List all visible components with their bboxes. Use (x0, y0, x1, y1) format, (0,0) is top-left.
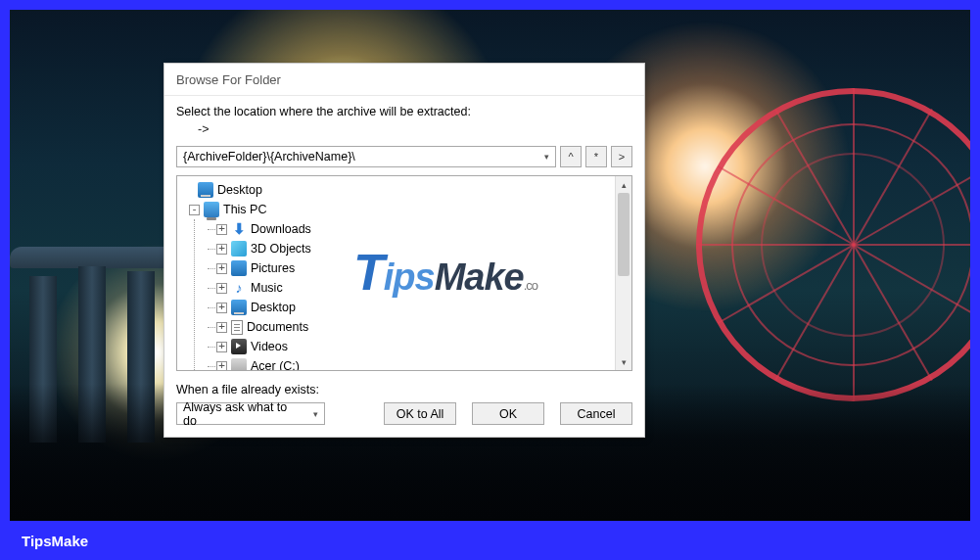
expander-icon[interactable]: - (189, 205, 200, 215)
expander-icon[interactable]: + (216, 342, 227, 352)
exists-label: When a file already exists: (176, 383, 632, 397)
arrow-indicator: -> (176, 122, 632, 136)
this-pc-icon (204, 202, 219, 217)
exists-value: Always ask what to do (177, 400, 306, 428)
music-icon: ♪ (231, 280, 247, 296)
tree-label[interactable]: 3D Objects (251, 239, 311, 258)
drive-icon (231, 358, 247, 370)
browse-folder-dialog: Browse For Folder Select the location wh… (163, 63, 645, 438)
tree-label[interactable]: Documents (247, 317, 308, 337)
path-combobox[interactable]: {ArchiveFolder}\{ArchiveName}\ ▾ (176, 146, 556, 167)
outer-frame: Browse For Folder Select the location wh… (0, 0, 980, 560)
tree-item[interactable]: +Pictures (209, 258, 615, 278)
chevron-down-icon[interactable]: ▾ (537, 147, 555, 166)
instruction-text: Select the location where the archive wi… (176, 105, 632, 118)
folder-tree[interactable]: Desktop - This PC +⬇Downloads+3D Objects… (176, 175, 632, 371)
desktop-wallpaper: Browse For Folder Select the location wh… (10, 10, 970, 521)
chevron-down-icon[interactable]: ▾ (306, 404, 324, 424)
tree-item[interactable]: +Videos (209, 337, 615, 356)
tree-item[interactable]: +♪Music (209, 278, 615, 298)
desktop-icon (198, 182, 213, 198)
tree-item[interactable]: +Documents (209, 317, 615, 337)
path-value: {ArchiveFolder}\{ArchiveName}\ (177, 150, 537, 163)
dialog-title: Browse For Folder (164, 64, 644, 96)
tree-label[interactable]: Acer (C:) (251, 356, 300, 370)
tree-label[interactable]: Downloads (251, 219, 311, 239)
expander-icon[interactable]: + (216, 283, 227, 294)
desktop-icon (231, 300, 247, 315)
tree-scrollbar[interactable]: ▴ ▾ (615, 176, 631, 370)
expander-icon[interactable]: + (216, 361, 227, 371)
caption-bar: TipsMake (10, 521, 970, 560)
download-icon: ⬇ (231, 221, 247, 237)
cancel-button[interactable]: Cancel (560, 402, 632, 425)
documents-icon (231, 320, 243, 335)
videos-icon (231, 339, 247, 354)
tree-label[interactable]: Music (251, 278, 283, 298)
scroll-up-button[interactable]: ▴ (616, 176, 631, 193)
expander-icon[interactable]: + (216, 303, 227, 313)
ok-to-all-button[interactable]: OK to All (384, 402, 456, 425)
tree-item[interactable]: +Acer (C:) (209, 356, 615, 370)
caption-text: TipsMake (22, 533, 88, 549)
expander-icon[interactable]: + (216, 322, 227, 333)
scroll-down-button[interactable]: ▾ (616, 353, 631, 370)
exists-combobox[interactable]: Always ask what to do ▾ (176, 402, 325, 425)
path-star-button[interactable]: * (585, 146, 607, 167)
tree-label[interactable]: This PC (223, 200, 266, 219)
ok-button[interactable]: OK (472, 402, 544, 425)
expander-icon[interactable]: + (216, 244, 227, 255)
pictures-icon (231, 260, 247, 276)
tree-label[interactable]: Pictures (251, 258, 295, 278)
tree-item[interactable]: +⬇Downloads (209, 219, 615, 239)
expander-icon[interactable]: + (216, 263, 227, 274)
3d-icon (231, 241, 247, 257)
scroll-thumb[interactable] (618, 193, 630, 276)
tree-label[interactable]: Desktop (217, 180, 262, 200)
tree-item[interactable]: +Desktop (209, 298, 615, 317)
tree-label[interactable]: Desktop (251, 298, 296, 317)
path-up-button[interactable]: ^ (560, 146, 582, 167)
expander-icon[interactable]: + (216, 224, 227, 235)
tree-label[interactable]: Videos (251, 337, 288, 356)
path-forward-button[interactable]: > (611, 146, 632, 167)
tree-item[interactable]: +3D Objects (209, 239, 615, 258)
